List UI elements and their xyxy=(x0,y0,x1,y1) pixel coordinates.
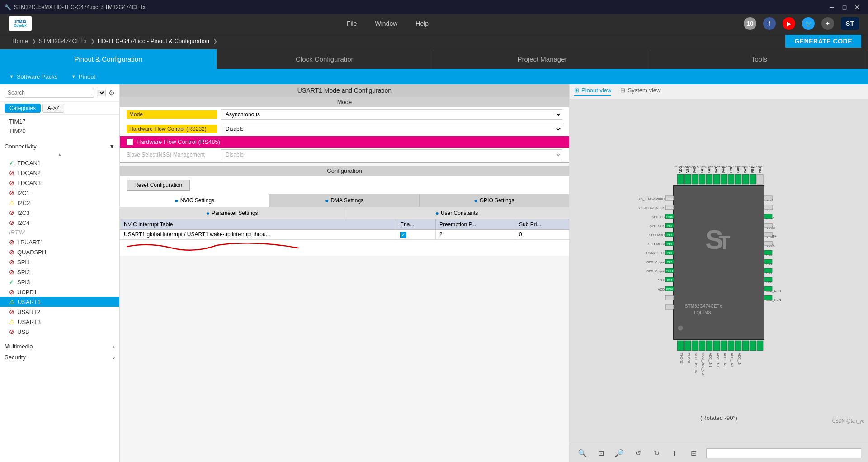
fit-button[interactable]: ⊡ xyxy=(595,448,607,459)
search-input[interactable] xyxy=(5,88,94,98)
svg-rect-11 xyxy=(713,174,720,184)
svg-text:PA4: PA4 xyxy=(722,167,725,173)
tab-clock-config[interactable]: Clock Configuration xyxy=(217,49,434,69)
network-icon[interactable]: ✦ xyxy=(821,17,834,30)
multimedia-section-header[interactable]: Multimedia › xyxy=(0,340,119,351)
menu-help[interactable]: Help xyxy=(415,20,429,27)
list-item-i2c4[interactable]: ⊘ I2C4 xyxy=(0,218,119,228)
arrow-icon: ▼ xyxy=(9,74,14,79)
list-item-tim20[interactable]: TIM20 xyxy=(0,126,119,136)
nvic-col-preemption: Preemption P... xyxy=(435,219,515,230)
slave-nss-select[interactable]: Disable xyxy=(221,149,562,160)
list-item-spi2[interactable]: ⊘ SPI2 xyxy=(0,267,119,277)
anniversary-icon[interactable]: 10 xyxy=(744,17,756,30)
zoom-search-input[interactable] xyxy=(706,448,861,458)
mode-select[interactable]: Asynchronous xyxy=(221,109,562,120)
menu-window[interactable]: Window xyxy=(375,20,397,27)
list-item-i2c1[interactable]: ⊘ I2C1 xyxy=(0,188,119,198)
menu-file[interactable]: File xyxy=(347,20,357,27)
svg-text:ADC_LN1: ADC_LN1 xyxy=(708,353,712,367)
maximize-btn[interactable]: □ xyxy=(838,0,851,14)
twitter-icon[interactable]: 🐦 xyxy=(802,17,815,30)
split-vertical-button[interactable]: ⫿ xyxy=(669,448,681,459)
svg-text:ADC_LN: ADC_LN xyxy=(737,353,741,366)
config-tab-gpio[interactable]: ● GPIO Settings xyxy=(420,194,569,207)
svg-text:PA1: PA1 xyxy=(700,167,703,173)
connectivity-section-header[interactable]: Connectivity ▼ xyxy=(0,140,119,151)
svg-text:PB3: PB3 xyxy=(667,224,672,227)
svg-rect-49 xyxy=(764,259,772,264)
facebook-icon[interactable]: f xyxy=(763,17,776,30)
rotate-right-button[interactable]: ↻ xyxy=(651,448,662,459)
i2c2-status-icon: ⚠ xyxy=(9,199,15,206)
config-tab-params[interactable]: ● Parameter Settings xyxy=(120,207,344,219)
i2c3-status-icon: ⊘ xyxy=(9,209,14,216)
nvic-enabled-checkbox[interactable]: ✓ xyxy=(400,232,406,238)
minimize-btn[interactable]: ─ xyxy=(826,0,838,14)
quadspi1-label: QUADSPI1 xyxy=(17,249,47,256)
config-tab-user-const[interactable]: ● User Constants xyxy=(344,207,569,219)
rs485-indicator xyxy=(127,139,133,145)
list-item-usart1[interactable]: ⚠ USART1 xyxy=(0,297,119,307)
config-tab-nvic[interactable]: ● NVIC Settings xyxy=(120,194,269,207)
app-logo: STM32 CubeMX xyxy=(9,16,32,31)
reset-config-button[interactable]: Reset Configuration xyxy=(127,180,190,191)
st-logo[interactable]: ST xyxy=(841,17,859,30)
usart3-status-icon: ⚠ xyxy=(9,318,15,325)
ucpd1-label: UCPD1 xyxy=(17,289,37,295)
close-btn[interactable]: ✕ xyxy=(851,0,863,14)
tab-pinout-config[interactable]: Pinout & Configuration xyxy=(0,49,217,69)
subtab-software-packs[interactable]: ▼ Software Packs xyxy=(9,73,57,80)
svg-rect-53 xyxy=(764,295,772,300)
nvic-row-enabled[interactable]: ✓ xyxy=(396,230,436,240)
svg-text:VDD: VDD xyxy=(658,288,665,291)
tab-project-manager[interactable]: Project Manager xyxy=(434,49,651,69)
config-tab-dma[interactable]: ● DMA Settings xyxy=(269,194,419,207)
split-horizontal-button[interactable]: ⊟ xyxy=(688,448,699,459)
breadcrumb-home[interactable]: Home xyxy=(7,33,33,49)
list-item-spi1[interactable]: ⊘ SPI1 xyxy=(0,257,119,267)
settings-gear-button[interactable]: ⚙ xyxy=(108,89,115,97)
middle-panel: USART1 Mode and Configuration Mode Mode … xyxy=(120,84,570,462)
list-item-usart2[interactable]: ⊘ USART2 xyxy=(0,307,119,317)
bottom-toolbar: 🔍 ⊡ 🔎 ↺ ↻ ⫿ ⊟ xyxy=(570,444,868,462)
titlebar: 🔧 STM32CubeMX HD-TEC-G474.ioc: STM32G474… xyxy=(0,0,868,14)
list-item-usart3[interactable]: ⚠ USART3 xyxy=(0,317,119,327)
hw-flow-rs232-select[interactable]: Disable xyxy=(221,124,562,134)
list-item-i2c3[interactable]: ⊘ I2C3 xyxy=(0,208,119,218)
tab-pinout-view[interactable]: ⊞ Pinout view xyxy=(574,87,611,96)
list-item-fdcan1[interactable]: ✓ FDCAN1 xyxy=(0,158,119,168)
tab-categories[interactable]: Categories xyxy=(5,104,41,113)
usart1-status-icon: ⚠ xyxy=(9,298,15,305)
tab-az[interactable]: A->Z xyxy=(42,104,64,113)
svg-rect-16 xyxy=(750,174,756,184)
security-section-header[interactable]: Security › xyxy=(0,351,119,362)
generate-code-button[interactable]: GENERATE CODE xyxy=(785,35,861,48)
breadcrumb-file[interactable]: HD-TEC-G474.ioc - Pinout & Configuration xyxy=(92,33,215,49)
list-item-fdcan2[interactable]: ⊘ FDCAN2 xyxy=(0,168,119,178)
list-item-fdcan3[interactable]: ⊘ FDCAN3 xyxy=(0,178,119,188)
rotate-left-button[interactable]: ↺ xyxy=(632,448,644,459)
list-item-usb[interactable]: ⊘ USB xyxy=(0,327,119,337)
svg-text:PB7: PB7 xyxy=(667,261,672,263)
zoom-in-button[interactable]: 🔍 xyxy=(576,448,588,459)
zoom-out-button[interactable]: 🔎 xyxy=(613,448,625,459)
search-dropdown[interactable]: ▼ xyxy=(97,90,106,96)
irtim-label: IRTIM xyxy=(9,229,25,236)
youtube-icon[interactable]: ▶ xyxy=(783,17,795,30)
list-item-quadspi1[interactable]: ⊘ QUADSPI1 xyxy=(0,247,119,257)
subtab-pinout[interactable]: ▼ Pinout xyxy=(71,73,95,80)
svg-rect-52 xyxy=(764,286,772,291)
tab-tools[interactable]: Tools xyxy=(651,49,868,69)
list-item-spi3[interactable]: ✓ SPI3 xyxy=(0,277,119,287)
list-item-lpuart1[interactable]: ⊘ LPUART1 xyxy=(0,237,119,247)
fdcan3-label: FDCAN3 xyxy=(17,180,41,186)
tab-system-view[interactable]: ⊟ System view xyxy=(620,87,660,96)
list-item-i2c2[interactable]: ⚠ I2C2 xyxy=(0,198,119,208)
hw-flow-rs485-row: Hardware Flow Control (RS485) xyxy=(120,136,569,148)
list-item-irtim[interactable]: IRTIM xyxy=(0,228,119,237)
fdcan1-label: FDCAN1 xyxy=(17,160,41,167)
breadcrumb-chip[interactable]: STM32G474CETx xyxy=(33,33,92,49)
list-item-ucpd1[interactable]: ⊘ UCPD1 xyxy=(0,287,119,297)
list-item-tim17[interactable]: TIM17 xyxy=(0,117,119,126)
